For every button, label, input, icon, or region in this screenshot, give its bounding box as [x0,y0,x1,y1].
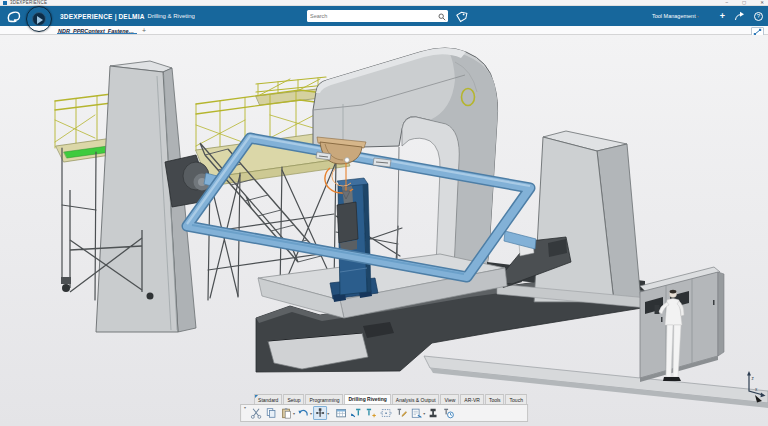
fastener-report-icon[interactable] [409,406,423,420]
select-fasteners-icon[interactable] [379,406,393,420]
target-point[interactable] [345,158,350,163]
action-bar-handle[interactable]: ▾ [244,405,246,410]
edit-fastener-icon[interactable] [394,406,408,420]
action-bar-tabs: Standard Setup Programming Drilling Rive… [254,394,528,405]
app-header: 3DEXPERIENCE | DELMIA Drilling & Rivetin… [0,6,768,26]
tab-tools[interactable]: Tools [485,394,505,404]
pinned-marker [255,395,258,398]
dropdown-caret[interactable]: ▾ [293,411,295,416]
compass-play-icon [37,16,43,24]
share-icon[interactable] [734,7,745,25]
action-bar-icons: ▾ ▾ ▾ ▾ [240,404,528,422]
fastener-process-icon[interactable] [426,406,440,420]
cut-icon[interactable] [249,406,263,420]
3dexperience-compass[interactable] [26,6,52,32]
tab-setup[interactable]: Setup [283,394,304,404]
brand-title: 3DEXPERIENCE | DELMIA Drilling & Rivetin… [60,6,195,26]
tag-icon[interactable] [453,10,469,23]
paste-icon[interactable] [279,406,293,420]
app-icon [3,1,7,5]
help-button[interactable]: ? [754,12,763,21]
brand-3dexperience: 3DEXPERIENCE [60,13,113,20]
search-icon[interactable] [438,7,446,25]
right-positioner-tower[interactable] [534,131,641,302]
dropdown-caret[interactable]: ▾ [327,411,329,416]
simulation-clock-icon[interactable] [441,406,455,420]
add-content-button[interactable]: + [720,11,725,21]
app-module-name: Drilling & Riveting [148,13,195,19]
action-bar: Standard Setup Programming Drilling Rive… [240,394,528,423]
copy-icon[interactable] [264,406,278,420]
os-window-title: 3DEXPERIENCE [10,0,47,5]
search-input[interactable] [310,13,438,19]
tab-standard[interactable]: Standard [254,394,282,404]
export-fasteners-icon[interactable] [364,406,378,420]
tool-management-menu[interactable]: Tool Management ▾ [652,13,699,19]
tab-programming[interactable]: Programming [305,394,343,404]
fastener-manager-icon[interactable] [313,406,327,420]
dropdown-caret[interactable]: ▾ [423,411,425,416]
brand-separator: | [115,13,117,20]
fastener-table-icon[interactable] [334,406,348,420]
import-fasteners-icon[interactable] [349,406,363,420]
tab-drilling-riveting[interactable]: Drilling Riveting [344,394,390,405]
tab-analysis-output[interactable]: Analysis & Output [392,394,440,404]
active-tab-underline [57,33,137,35]
new-tab-button[interactable]: + [142,26,146,35]
chevron-down-icon: ▾ [697,14,699,19]
document-tab-bar: NDR_PPRContext_Fastene… + [0,26,768,35]
undo-icon[interactable] [296,406,310,420]
brand-delmia: DELMIA [118,13,144,20]
dropdown-caret[interactable]: ▾ [310,411,312,416]
3d-viewport[interactable]: z x [0,35,768,426]
tab-view[interactable]: View [441,394,460,404]
tab-touch[interactable]: Touch [506,394,527,404]
3ds-logo [5,8,22,28]
application-window: 3DEXPERIENCE – ▢ ✕ 3DEXPERIENCE | DELMIA… [0,0,768,426]
tab-ar-vr[interactable]: AR-VR [460,394,484,404]
search-box[interactable] [307,10,448,22]
